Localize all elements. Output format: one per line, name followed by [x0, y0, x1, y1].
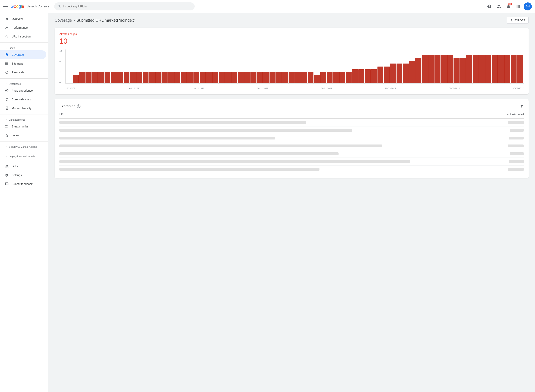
sidebar-item-removals[interactable]: Removals	[0, 68, 46, 77]
sidebar-item-settings[interactable]: Settings	[0, 171, 46, 180]
chart-bar	[231, 72, 237, 83]
examples-title: Examples ?	[59, 104, 81, 108]
home-icon	[5, 17, 9, 21]
chart-bar	[473, 55, 479, 83]
divider-4	[0, 141, 48, 141]
sidebar-item-url-inspection[interactable]: URL inspection	[0, 32, 46, 41]
accounts-button[interactable]	[495, 2, 503, 10]
divider-5	[0, 151, 48, 151]
table-row[interactable]	[59, 166, 524, 173]
table-row[interactable]	[59, 126, 524, 134]
search-bar[interactable]	[54, 2, 195, 10]
sidebar-item-overview[interactable]: Overview	[0, 14, 46, 23]
notifications-button[interactable]: 25	[505, 2, 512, 10]
y-label-4: 4	[59, 70, 62, 73]
chart-bar	[466, 55, 472, 83]
row-date-cell	[508, 168, 524, 171]
chart-bars	[66, 50, 524, 83]
chart-bar	[124, 72, 130, 83]
product-name: Search Console	[27, 5, 49, 8]
row-date-cell	[508, 121, 524, 124]
chart-bar	[339, 72, 345, 83]
row-url-cell	[59, 145, 508, 147]
x-label-7: 01/02/2022	[449, 87, 460, 90]
help-button[interactable]	[485, 2, 493, 10]
chart-bar	[174, 72, 180, 83]
affected-label: Affected pages	[59, 33, 524, 35]
mobile-usability-icon	[5, 106, 9, 110]
sidebar-section-legacy[interactable]: Legacy tools and reports	[0, 153, 48, 159]
chart-bar	[308, 72, 314, 83]
chart-bar	[441, 55, 447, 83]
chart-area	[65, 50, 524, 84]
sidebar-item-submit-feedback[interactable]: Submit feedback	[0, 180, 46, 188]
user-avatar[interactable]: SH	[524, 2, 532, 10]
chart-bar	[403, 64, 409, 83]
sidebar-item-core-web-vitals[interactable]: Core web vitals	[0, 95, 46, 104]
chart-bar	[162, 72, 167, 83]
col-crawled-header: Last crawled	[507, 113, 524, 116]
chart-bar	[333, 72, 339, 83]
sidebar-item-page-experience[interactable]: Page experience	[0, 86, 46, 95]
sidebar-section-index[interactable]: Index	[0, 44, 48, 50]
chart-bar	[498, 55, 504, 83]
chart-bar	[276, 72, 282, 83]
sidebar-item-coverage[interactable]: Coverage	[0, 50, 46, 59]
examples-help-icon[interactable]: ?	[77, 104, 81, 108]
divider-3	[0, 114, 48, 114]
row-url-cell	[59, 160, 509, 163]
sidebar-item-sitemaps[interactable]: Sitemaps	[0, 59, 46, 68]
sidebar-section-enhancements[interactable]: Enhancements	[0, 116, 48, 122]
filter-icon[interactable]	[520, 104, 524, 108]
notification-count: 25	[508, 3, 512, 5]
chart-bar	[225, 72, 231, 83]
chart-bar	[269, 72, 276, 83]
table-header: URL Last crawled	[59, 112, 524, 119]
row-url-cell	[59, 168, 508, 171]
main-content: Coverage › Submitted URL marked 'noindex…	[48, 13, 535, 392]
hamburger-menu-icon[interactable]	[3, 4, 8, 9]
export-button[interactable]: EXPORT	[507, 17, 529, 24]
row-date-cell	[509, 160, 524, 163]
sidebar-item-logos[interactable]: Logos	[0, 131, 46, 140]
x-label-6: 20/01/2022	[385, 87, 396, 90]
expand-icon-2	[5, 155, 8, 158]
chart-bar	[187, 72, 193, 83]
chart-bar	[193, 72, 200, 83]
examples-rows	[59, 119, 524, 173]
chart-bar	[447, 55, 453, 83]
examples-header: Examples ?	[59, 104, 524, 108]
table-row[interactable]	[59, 142, 524, 150]
apps-button[interactable]	[514, 2, 522, 10]
x-label-1: 22/11/2021	[65, 87, 76, 90]
x-label-8: 13/02/2022	[513, 87, 524, 90]
table-row[interactable]	[59, 119, 524, 126]
affected-count: 10	[59, 37, 524, 46]
sidebar-item-links[interactable]: Links	[0, 162, 46, 171]
sidebar-item-performance[interactable]: Performance	[0, 23, 46, 32]
chart-bar	[384, 66, 390, 84]
chart-bar	[238, 72, 244, 83]
chart-container: 12 8 4 0 22/11/2021 04/12/2021 16/12/202…	[59, 50, 524, 90]
chart-bar	[409, 61, 415, 83]
sort-down-icon	[507, 113, 510, 116]
x-label-4: 28/12/2021	[257, 87, 268, 90]
chart-bar	[371, 69, 377, 83]
chart-bar	[327, 72, 333, 83]
table-row[interactable]	[59, 150, 524, 158]
sidebar-section-security[interactable]: Security & Manual Actions	[0, 143, 48, 149]
search-input[interactable]	[63, 5, 191, 8]
chart-bar	[454, 58, 459, 83]
chart-bar	[396, 64, 402, 83]
table-row[interactable]	[59, 158, 524, 166]
chart-bar	[511, 55, 517, 83]
sidebar-item-mobile-usability[interactable]: Mobile Usability	[0, 104, 46, 113]
chart-bar	[143, 72, 149, 83]
breadcrumb-parent[interactable]: Coverage	[55, 18, 72, 23]
sidebar-section-experience[interactable]: Experience	[0, 80, 48, 86]
chart-bar	[111, 72, 117, 83]
logo-area: Google Search Console	[10, 4, 49, 9]
sidebar-item-breadcrumbs[interactable]: Breadcrumbs	[0, 122, 46, 131]
expand-icon	[5, 145, 8, 148]
table-row[interactable]	[59, 134, 524, 142]
